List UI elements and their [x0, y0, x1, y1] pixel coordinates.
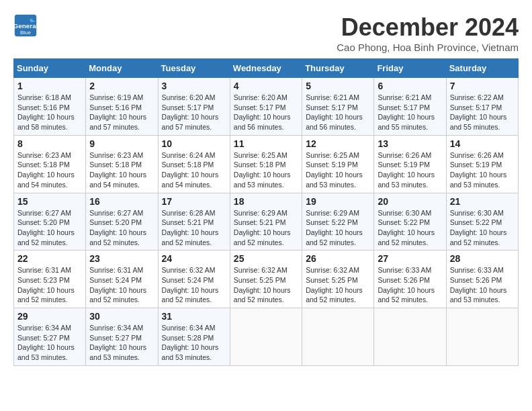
- day-info: Sunrise: 6:19 AMSunset: 5:16 PMDaylight:…: [89, 93, 146, 131]
- day-number: 18: [234, 196, 298, 207]
- day-number: 30: [89, 311, 154, 322]
- page-header: General Blue December 2024 Cao Phong, Ho…: [13, 13, 519, 53]
- weekday-tuesday: Tuesday: [158, 59, 230, 78]
- day-info: Sunrise: 6:29 AMSunset: 5:22 PMDaylight:…: [306, 209, 363, 246]
- weekday-monday: Monday: [86, 59, 158, 78]
- day-number: 12: [306, 138, 370, 149]
- month-title: December 2024: [337, 13, 519, 42]
- location-title: Cao Phong, Hoa Binh Province, Vietnam: [337, 42, 519, 53]
- calendar-cell: 15 Sunrise: 6:27 AMSunset: 5:20 PMDaylig…: [14, 193, 86, 250]
- day-info: Sunrise: 6:26 AMSunset: 5:19 PMDaylight:…: [378, 151, 435, 189]
- calendar-cell: 4 Sunrise: 6:20 AMSunset: 5:17 PMDayligh…: [230, 78, 302, 136]
- calendar-cell: 19 Sunrise: 6:29 AMSunset: 5:22 PMDaylig…: [302, 193, 374, 250]
- day-info: Sunrise: 6:18 AMSunset: 5:16 PMDaylight:…: [17, 93, 75, 131]
- calendar-cell: [302, 308, 374, 366]
- day-number: 5: [306, 81, 370, 91]
- calendar-cell: 30 Sunrise: 6:34 AMSunset: 5:27 PMDaylig…: [86, 308, 158, 366]
- calendar-week-4: 22 Sunrise: 6:31 AMSunset: 5:23 PMDaylig…: [14, 250, 519, 308]
- calendar-cell: 3 Sunrise: 6:20 AMSunset: 5:17 PMDayligh…: [158, 78, 230, 136]
- day-info: Sunrise: 6:28 AMSunset: 5:21 PMDaylight:…: [162, 209, 219, 246]
- calendar-cell: 23 Sunrise: 6:31 AMSunset: 5:24 PMDaylig…: [86, 250, 158, 308]
- day-info: Sunrise: 6:26 AMSunset: 5:19 PMDaylight:…: [450, 151, 507, 189]
- calendar-body: 1 Sunrise: 6:18 AMSunset: 5:16 PMDayligh…: [14, 78, 519, 366]
- day-number: 3: [162, 81, 226, 91]
- weekday-sunday: Sunday: [14, 59, 86, 78]
- day-number: 7: [450, 81, 515, 91]
- calendar-cell: 27 Sunrise: 6:33 AMSunset: 5:26 PMDaylig…: [374, 250, 446, 308]
- calendar-cell: 28 Sunrise: 6:33 AMSunset: 5:26 PMDaylig…: [446, 250, 518, 308]
- calendar-cell: 24 Sunrise: 6:32 AMSunset: 5:24 PMDaylig…: [158, 250, 230, 308]
- calendar-cell: 10 Sunrise: 6:24 AMSunset: 5:18 PMDaylig…: [158, 135, 230, 193]
- calendar-week-1: 1 Sunrise: 6:18 AMSunset: 5:16 PMDayligh…: [14, 78, 519, 136]
- calendar-cell: [446, 308, 518, 366]
- day-info: Sunrise: 6:27 AMSunset: 5:20 PMDaylight:…: [89, 209, 146, 246]
- day-number: 8: [17, 138, 82, 149]
- title-area: December 2024 Cao Phong, Hoa Binh Provin…: [337, 13, 519, 53]
- day-number: 29: [17, 311, 82, 322]
- day-number: 31: [162, 311, 226, 322]
- day-info: Sunrise: 6:33 AMSunset: 5:26 PMDaylight:…: [378, 266, 435, 304]
- calendar-cell: 20 Sunrise: 6:30 AMSunset: 5:22 PMDaylig…: [374, 193, 446, 250]
- day-number: 15: [17, 196, 82, 207]
- day-number: 4: [234, 81, 298, 91]
- weekday-friday: Friday: [374, 59, 446, 78]
- day-info: Sunrise: 6:23 AMSunset: 5:18 PMDaylight:…: [17, 151, 75, 189]
- day-number: 2: [89, 81, 154, 91]
- logo-icon: General Blue: [13, 13, 38, 38]
- calendar-cell: 12 Sunrise: 6:25 AMSunset: 5:19 PMDaylig…: [302, 135, 374, 193]
- svg-text:General: General: [13, 22, 38, 30]
- calendar-cell: 18 Sunrise: 6:29 AMSunset: 5:21 PMDaylig…: [230, 193, 302, 250]
- calendar-cell: 26 Sunrise: 6:32 AMSunset: 5:25 PMDaylig…: [302, 250, 374, 308]
- day-info: Sunrise: 6:32 AMSunset: 5:25 PMDaylight:…: [306, 266, 363, 304]
- calendar-cell: 29 Sunrise: 6:34 AMSunset: 5:27 PMDaylig…: [14, 308, 86, 366]
- calendar-cell: 11 Sunrise: 6:25 AMSunset: 5:18 PMDaylig…: [230, 135, 302, 193]
- calendar-week-5: 29 Sunrise: 6:34 AMSunset: 5:27 PMDaylig…: [14, 308, 519, 366]
- calendar-cell: [230, 308, 302, 366]
- day-number: 14: [450, 138, 515, 149]
- day-number: 23: [89, 253, 154, 264]
- day-number: 26: [306, 253, 370, 264]
- calendar-cell: 9 Sunrise: 6:23 AMSunset: 5:18 PMDayligh…: [86, 135, 158, 193]
- day-number: 25: [234, 253, 298, 264]
- weekday-header-row: SundayMondayTuesdayWednesdayThursdayFrid…: [14, 59, 519, 78]
- weekday-wednesday: Wednesday: [230, 59, 302, 78]
- day-info: Sunrise: 6:29 AMSunset: 5:21 PMDaylight:…: [234, 209, 291, 246]
- calendar-cell: 16 Sunrise: 6:27 AMSunset: 5:20 PMDaylig…: [86, 193, 158, 250]
- day-number: 28: [450, 253, 515, 264]
- day-info: Sunrise: 6:34 AMSunset: 5:27 PMDaylight:…: [89, 324, 146, 361]
- calendar-cell: 8 Sunrise: 6:23 AMSunset: 5:18 PMDayligh…: [14, 135, 86, 193]
- logo: General Blue: [13, 13, 38, 38]
- day-info: Sunrise: 6:25 AMSunset: 5:18 PMDaylight:…: [234, 151, 291, 189]
- day-info: Sunrise: 6:34 AMSunset: 5:27 PMDaylight:…: [17, 324, 75, 361]
- calendar-week-2: 8 Sunrise: 6:23 AMSunset: 5:18 PMDayligh…: [14, 135, 519, 193]
- day-number: 10: [162, 138, 226, 149]
- day-info: Sunrise: 6:27 AMSunset: 5:20 PMDaylight:…: [17, 209, 75, 246]
- calendar-cell: 2 Sunrise: 6:19 AMSunset: 5:16 PMDayligh…: [86, 78, 158, 136]
- day-number: 22: [17, 253, 82, 264]
- day-number: 13: [378, 138, 442, 149]
- calendar-cell: 5 Sunrise: 6:21 AMSunset: 5:17 PMDayligh…: [302, 78, 374, 136]
- day-info: Sunrise: 6:24 AMSunset: 5:18 PMDaylight:…: [162, 151, 219, 189]
- calendar-cell: 22 Sunrise: 6:31 AMSunset: 5:23 PMDaylig…: [14, 250, 86, 308]
- day-info: Sunrise: 6:23 AMSunset: 5:18 PMDaylight:…: [89, 151, 146, 189]
- day-info: Sunrise: 6:20 AMSunset: 5:17 PMDaylight:…: [234, 93, 291, 131]
- day-number: 27: [378, 253, 442, 264]
- day-info: Sunrise: 6:22 AMSunset: 5:17 PMDaylight:…: [450, 93, 507, 131]
- day-info: Sunrise: 6:32 AMSunset: 5:25 PMDaylight:…: [234, 266, 291, 304]
- day-number: 19: [306, 196, 370, 207]
- weekday-saturday: Saturday: [446, 59, 518, 78]
- svg-text:Blue: Blue: [20, 30, 32, 36]
- day-number: 11: [234, 138, 298, 149]
- calendar-cell: 13 Sunrise: 6:26 AMSunset: 5:19 PMDaylig…: [374, 135, 446, 193]
- day-number: 16: [89, 196, 154, 207]
- day-info: Sunrise: 6:25 AMSunset: 5:19 PMDaylight:…: [306, 151, 363, 189]
- day-number: 9: [89, 138, 154, 149]
- calendar-cell: 7 Sunrise: 6:22 AMSunset: 5:17 PMDayligh…: [446, 78, 518, 136]
- day-number: 17: [162, 196, 226, 207]
- day-info: Sunrise: 6:30 AMSunset: 5:22 PMDaylight:…: [378, 209, 435, 246]
- day-info: Sunrise: 6:34 AMSunset: 5:28 PMDaylight:…: [162, 324, 219, 361]
- calendar-cell: 25 Sunrise: 6:32 AMSunset: 5:25 PMDaylig…: [230, 250, 302, 308]
- day-info: Sunrise: 6:33 AMSunset: 5:26 PMDaylight:…: [450, 266, 507, 304]
- calendar-table: SundayMondayTuesdayWednesdayThursdayFrid…: [13, 58, 519, 366]
- day-info: Sunrise: 6:31 AMSunset: 5:24 PMDaylight:…: [89, 266, 146, 304]
